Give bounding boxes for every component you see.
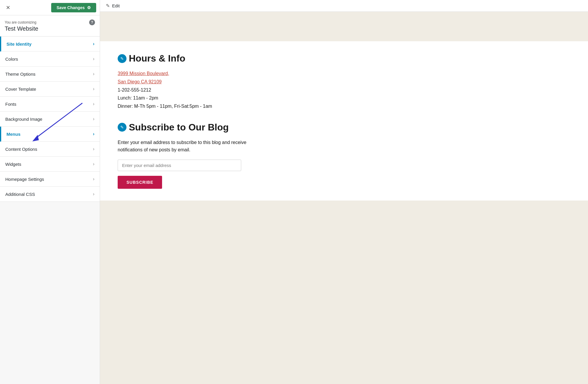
chevron-right-icon: › <box>93 161 94 167</box>
chevron-right-icon: › <box>93 131 94 137</box>
subscribe-heading: Subscribe to Our Blog <box>129 122 229 133</box>
sidebar: ✕ Save Changes ⚙ You are customizing ? T… <box>0 0 100 384</box>
phone-number: 1-202-555-1212 <box>118 86 570 94</box>
subscribe-section-heading: ✎ Subscribe to Our Blog <box>118 122 570 133</box>
sidebar-item-cover-template[interactable]: Cover Template › <box>0 82 100 97</box>
subscribe-content: Enter your email address to subscribe to… <box>118 139 570 189</box>
sidebar-item-content-options[interactable]: Content Options › <box>0 142 100 157</box>
sidebar-item-label: Cover Template <box>5 87 36 92</box>
sidebar-item-label: Homepage Settings <box>5 177 44 182</box>
close-button[interactable]: ✕ <box>4 3 13 12</box>
main-topbar: ✎ Edit <box>100 0 588 12</box>
edit-pencil-icon: ✎ <box>106 3 110 9</box>
sidebar-header: ✕ Save Changes ⚙ <box>0 0 100 15</box>
sidebar-item-label: Content Options <box>5 147 37 152</box>
customizing-section: You are customizing ? Test Website <box>0 15 100 37</box>
sidebar-item-theme-options[interactable]: Theme Options › <box>0 67 100 82</box>
sidebar-item-fonts[interactable]: Fonts › <box>0 97 100 112</box>
nav-list: Site Identity › Colors › Theme Options ›… <box>0 37 100 202</box>
hours-content: 3999 Mission Boulevard, San Diego CA 921… <box>118 70 570 110</box>
subscribe-button[interactable]: SUBSCRIBE <box>118 176 162 189</box>
hours-heading: Hours & Info <box>129 53 185 64</box>
chevron-right-icon: › <box>93 41 94 47</box>
sidebar-item-label: Background Image <box>5 117 42 122</box>
chevron-right-icon: › <box>93 146 94 152</box>
chevron-right-icon: › <box>93 116 94 122</box>
hours-edit-icon[interactable]: ✎ <box>118 54 126 63</box>
gear-icon: ⚙ <box>87 5 91 10</box>
sidebar-item-site-identity[interactable]: Site Identity › <box>0 37 100 52</box>
hours-lunch: Lunch: 11am - 2pm <box>118 94 570 102</box>
help-icon[interactable]: ? <box>89 19 95 25</box>
sidebar-item-menus[interactable]: Menus › <box>0 127 100 142</box>
save-changes-label: Save Changes <box>56 5 85 10</box>
chevron-right-icon: › <box>93 176 94 182</box>
main-preview: ✎ Edit ✎ Hours & Info 3999 Mission Boule… <box>100 0 588 384</box>
customizing-text: You are customizing <box>5 20 36 24</box>
edit-label[interactable]: Edit <box>112 3 120 8</box>
site-name: Test Website <box>5 25 95 35</box>
chevron-right-icon: › <box>93 101 94 107</box>
sidebar-item-label: Colors <box>5 57 18 62</box>
save-changes-button[interactable]: Save Changes ⚙ <box>51 3 96 12</box>
sidebar-item-label: Menus <box>6 132 21 137</box>
sidebar-item-label: Site Identity <box>6 42 31 47</box>
email-input[interactable] <box>118 160 241 171</box>
sidebar-item-homepage-settings[interactable]: Homepage Settings › <box>0 172 100 187</box>
hours-dinner: Dinner: M-Th 5pm - 11pm, Fri-Sat:5pm - 1… <box>118 102 570 110</box>
sidebar-item-label: Theme Options <box>5 72 36 77</box>
address-line1[interactable]: 3999 Mission Boulevard, <box>118 70 570 77</box>
sidebar-item-widgets[interactable]: Widgets › <box>0 157 100 172</box>
chevron-right-icon: › <box>93 191 94 197</box>
sidebar-item-colors[interactable]: Colors › <box>0 52 100 67</box>
content-area: ✎ Hours & Info 3999 Mission Boulevard, S… <box>100 41 588 201</box>
hero-banner <box>100 12 588 41</box>
chevron-right-icon: › <box>93 86 94 92</box>
sidebar-item-background-image[interactable]: Background Image › <box>0 112 100 127</box>
sidebar-item-label: Widgets <box>5 162 21 167</box>
sidebar-item-additional-css[interactable]: Additional CSS › <box>0 187 100 202</box>
sidebar-item-label: Fonts <box>5 102 16 107</box>
chevron-right-icon: › <box>93 56 94 62</box>
subscribe-description: Enter your email address to subscribe to… <box>118 139 259 154</box>
chevron-right-icon: › <box>93 71 94 77</box>
address-line2[interactable]: San Diego CA 92109 <box>118 78 570 86</box>
subscribe-edit-icon[interactable]: ✎ <box>118 123 126 132</box>
hours-section-heading: ✎ Hours & Info <box>118 53 570 64</box>
sidebar-item-label: Additional CSS <box>5 192 35 197</box>
